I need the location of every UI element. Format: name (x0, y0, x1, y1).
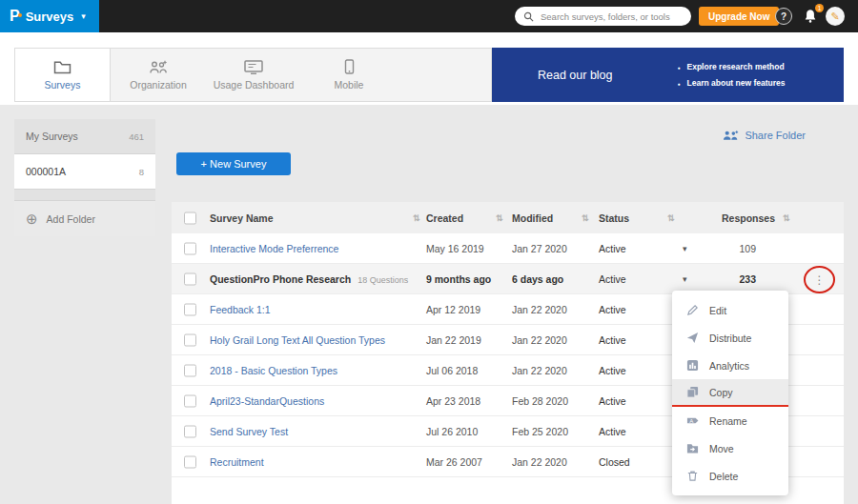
move-folder-icon (686, 442, 699, 454)
created-cell: Jul 06 2018 (426, 365, 478, 376)
tab-label: Surveys (45, 79, 81, 91)
modified-cell: Feb 28 2020 (512, 395, 568, 407)
folder-label: My Surveys (26, 131, 78, 142)
responses-cell: 109 (691, 243, 756, 254)
sort-icon[interactable]: ⇅ (496, 213, 503, 223)
created-cell: May 16 2019 (426, 243, 484, 254)
annotation-red-circle: ⋮ (804, 266, 835, 293)
survey-name-link[interactable]: Recruitment (210, 456, 264, 468)
survey-name-link[interactable]: Interactive Mode Preferrence (210, 243, 338, 254)
menu-item-label: Delete (709, 471, 738, 482)
monitor-icon (244, 60, 263, 74)
modified-cell: Feb 25 2020 (512, 426, 568, 437)
sidebar-item-my-surveys[interactable]: My Surveys 461 (14, 119, 155, 154)
blog-title: Read our blog (538, 69, 613, 82)
header-survey-name: Survey Name (210, 212, 274, 224)
survey-name-link[interactable]: Feedback 1:1 (210, 304, 271, 315)
logo-dot (18, 13, 22, 17)
modified-cell: Jan 27 2020 (512, 243, 567, 254)
app: P Surveys ▾ Upgrade Now ? 1 ✎ Sur (0, 0, 858, 504)
rename-icon: A (686, 414, 699, 427)
tab-label: Usage Dashboard (214, 79, 295, 91)
add-folder-button[interactable]: ⊕ Add Folder (14, 201, 155, 236)
search-icon (523, 11, 534, 22)
menu-item-move[interactable]: Move (672, 434, 788, 462)
add-folder-label: Add Folder (47, 213, 95, 225)
nav-band: Surveys Organization Usage Dashboard Mob… (0, 32, 858, 105)
new-survey-button[interactable]: + New Survey (176, 152, 291, 175)
created-cell: 9 months ago (426, 273, 491, 285)
questionpro-logo: P (10, 9, 20, 24)
menu-item-label: Edit (709, 305, 726, 316)
search-input[interactable] (539, 10, 683, 23)
tab-usage-dashboard[interactable]: Usage Dashboard (206, 49, 301, 101)
status-cell: Active (599, 243, 626, 254)
survey-name-link[interactable]: April23-StandarQuestions (210, 395, 324, 407)
upgrade-button[interactable]: Upgrade Now (699, 7, 779, 26)
help-button[interactable]: ? (775, 8, 792, 25)
menu-item-distribute[interactable]: Distribute (672, 324, 788, 352)
status-cell: Active (599, 334, 626, 346)
sort-icon[interactable]: ⇅ (413, 213, 420, 223)
row-checkbox[interactable] (184, 272, 196, 285)
created-cell: Apr 12 2019 (426, 304, 480, 315)
sidebar-item-000001A[interactable]: 000001A 8 (14, 154, 155, 190)
row-checkbox[interactable] (184, 242, 196, 254)
row-checkbox[interactable] (184, 425, 196, 437)
pencil-icon: ✎ (830, 10, 839, 23)
created-cell: Jan 22 2019 (426, 334, 481, 346)
survey-name-link[interactable]: Holy Grail Long Text All Question Types (210, 334, 385, 346)
status-cell: Closed (599, 456, 630, 468)
menu-item-rename[interactable]: A Rename (672, 407, 788, 434)
row-checkbox[interactable] (184, 303, 196, 315)
tab-surveys[interactable]: Surveys (15, 49, 111, 101)
product-switcher[interactable]: P Surveys ▾ (0, 0, 99, 32)
menu-item-analytics[interactable]: Analytics (672, 352, 788, 379)
question-count-badge: 18 Questions (358, 275, 408, 285)
share-folder-label: Share Folder (745, 130, 806, 141)
blog-bullet: Explore research method (678, 59, 786, 75)
share-folder-link[interactable]: Share Folder (723, 130, 806, 141)
menu-item-delete[interactable]: Delete (672, 462, 788, 490)
row-checkbox[interactable] (184, 333, 196, 346)
survey-name-link[interactable]: Send Survey Test (210, 426, 288, 437)
menu-item-copy[interactable]: Copy (672, 379, 788, 407)
header-status: Status (599, 212, 629, 224)
mobile-icon (344, 59, 355, 74)
sort-icon[interactable]: ⇅ (783, 213, 790, 223)
pencil-icon (686, 304, 699, 316)
search-box[interactable] (515, 7, 691, 26)
sort-icon[interactable]: ⇅ (667, 213, 675, 223)
share-people-icon (723, 130, 739, 141)
notification-badge: 1 (815, 4, 824, 12)
row-checkbox[interactable] (184, 364, 196, 376)
status-dropdown-caret[interactable]: ▾ (683, 274, 687, 284)
survey-name-link[interactable]: QuestionPro Phone Research18 Questions (210, 273, 408, 285)
row-actions-button[interactable]: ⋮ (814, 274, 826, 286)
tab-organization[interactable]: Organization (111, 49, 206, 101)
blog-bullet-list: Explore research method Learn about new … (678, 59, 786, 91)
sort-icon[interactable]: ⇅ (582, 213, 589, 223)
survey-name-link[interactable]: 2018 - Basic Question Types (210, 365, 337, 376)
table-header: Survey Name ⇅ Created ⇅ Modified ⇅ Statu… (172, 202, 844, 233)
status-cell: Active (599, 304, 626, 315)
notifications-button[interactable]: 1 (804, 9, 819, 24)
menu-item-edit[interactable]: Edit (672, 296, 788, 324)
send-icon (686, 332, 699, 344)
brand-label: Surveys (26, 10, 74, 24)
folder-label: 000001A (26, 166, 66, 177)
copy-icon (686, 386, 699, 398)
tab-mobile[interactable]: Mobile (301, 49, 397, 101)
modified-cell: Jan 22 2020 (512, 304, 567, 315)
header-created: Created (426, 212, 463, 224)
status-dropdown-caret[interactable]: ▾ (683, 244, 687, 253)
select-all-checkbox[interactable] (184, 212, 196, 224)
quick-edit-button[interactable]: ✎ (826, 7, 845, 26)
row-checkbox[interactable] (184, 455, 196, 468)
people-plus-icon (149, 60, 168, 74)
table-row[interactable]: Interactive Mode Preferrence May 16 2019… (172, 233, 844, 264)
main-content: Share Folder + New Survey Survey Name ⇅ … (172, 119, 844, 504)
created-cell: Jul 26 2010 (426, 426, 478, 437)
row-checkbox[interactable] (184, 394, 196, 407)
blog-banner[interactable]: Read our blog Explore research method Le… (492, 48, 844, 102)
